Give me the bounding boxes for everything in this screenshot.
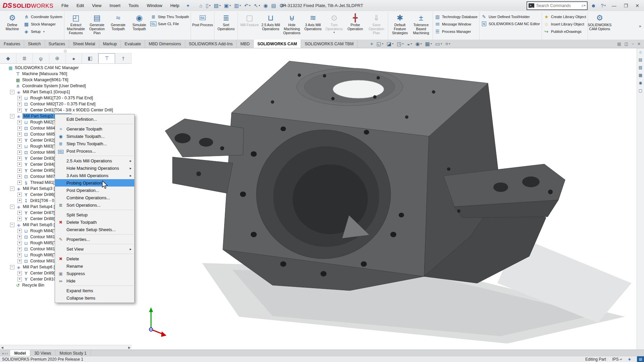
context-menu-item[interactable]: Post Operation... (55, 187, 134, 194)
ribbon-big-button[interactable]: Default Feature Strategies (389, 12, 410, 35)
ribbon-small-button[interactable]: Save CL File (151, 21, 189, 26)
ribbon-small-button[interactable]: Publish eDrawings (544, 29, 586, 34)
tree-horizontal-scrollbar[interactable]: ◀ ▶ (0, 345, 132, 350)
ribbon-big-button[interactable]: Sort Operations (215, 12, 237, 31)
quick-access-button-open-document[interactable]: ▧▾ (212, 2, 222, 9)
graphics-viewport[interactable] (132, 48, 637, 350)
search-commands-box[interactable]: >_ ⌕ ▾ (527, 1, 588, 10)
menu-item[interactable]: Window (143, 2, 165, 9)
tree-expander[interactable]: + (17, 217, 22, 221)
restore-button[interactable]: ❐ (621, 2, 631, 9)
quick-access-button-save[interactable]: ▣▾ (222, 2, 232, 9)
model-tab[interactable]: 3D Views (30, 350, 55, 356)
tree-expander[interactable]: − (10, 265, 14, 269)
tab-strip-icon-close-pane[interactable]: ✕ (637, 42, 641, 46)
task-pane-icon-custom-properties[interactable]: ▢ (639, 88, 642, 93)
context-menu-item[interactable]: Step Thru Toolpath... (55, 140, 134, 147)
ribbon-small-button[interactable]: Insert Library Object (544, 21, 586, 27)
context-menu-item[interactable]: 2.5 Axis Mill Operations (55, 157, 134, 164)
ribbon-big-button[interactable]: 2.5 Axis Mill Operations (260, 12, 281, 35)
tree-expander[interactable]: + (17, 138, 22, 143)
tree-expander[interactable]: − (10, 223, 14, 227)
context-menu-item[interactable]: Hole Machining Operations (55, 164, 134, 172)
task-pane-icon-file-explorer[interactable]: ▧ (639, 65, 642, 70)
command-tab[interactable]: Evaluate (121, 40, 145, 48)
model-tab[interactable]: Model (10, 350, 30, 356)
quick-access-button-new-document[interactable]: ▯▾ (204, 2, 212, 9)
manager-pane-tab-cam-tools-tree[interactable]: † (115, 53, 132, 63)
context-menu-item[interactable]: Rename (55, 262, 134, 270)
ribbon-big-button[interactable]: Simulate Toolpath (129, 12, 150, 35)
tag-icon[interactable]: ◈ (628, 357, 631, 361)
view-toolbar-icon-edit-appearance[interactable]: ▦▾ (425, 41, 432, 47)
tree-item[interactable]: Stock Manager[6061-T6] (0, 77, 132, 83)
view-toolbar-icon-zoom-fit[interactable]: ⌖▾ (370, 41, 373, 47)
context-menu-item[interactable]: Edit Definition... (55, 115, 134, 123)
context-menu-item[interactable] (67, 234, 134, 235)
tree-expander[interactable]: + (17, 253, 22, 257)
tree-expander[interactable]: − (10, 114, 14, 118)
context-menu-item[interactable]: Generate Setup Sheets... (55, 226, 134, 233)
context-menu-item[interactable]: Sort Operations... (55, 201, 134, 209)
ribbon-small-button[interactable]: Stock Manager (23, 21, 62, 27)
manager-pane-tab-configurationmanager[interactable]: ψ (33, 53, 49, 63)
context-menu-item[interactable]: Properties... (55, 236, 134, 243)
tree-item[interactable]: + Contour Mill2[T20 - 0.375 Flat End] (0, 101, 132, 107)
panel-splitter-handle[interactable] (64, 50, 67, 53)
tree-expander[interactable]: + (17, 126, 22, 131)
ribbon-small-button[interactable]: Process Manager (435, 29, 478, 34)
task-pane-icon-design-library[interactable]: ▤ (639, 57, 642, 62)
task-pane-icon-solidworks-resources[interactable]: ⌂ (639, 50, 642, 54)
quick-access-button-options[interactable]: ⚙▾ (278, 2, 287, 9)
command-tab[interactable]: SOLIDWORKS CAM TBM (301, 40, 358, 48)
help-button[interactable]: ?▾ (599, 2, 607, 9)
ribbon-small-button[interactable]: Coordinate System (23, 14, 62, 19)
view-toolbar-icon-view-orientation[interactable]: ◳▾ (397, 41, 403, 47)
task-pane-icon-appearances-scenes[interactable]: ◉ (639, 81, 642, 85)
command-tab[interactable]: SOLIDWORKS Add-Ins (185, 40, 237, 48)
context-menu-item[interactable] (67, 210, 134, 210)
scroll-right-arrow[interactable]: ▶ (128, 346, 131, 349)
menu-item[interactable]: Edit (73, 2, 87, 9)
context-menu-item[interactable]: Expand Items (55, 287, 134, 294)
tree-expander[interactable]: − (10, 205, 14, 209)
tab-strip-icon-collapse-ribbon[interactable]: − (632, 42, 634, 46)
context-menu-item[interactable] (67, 286, 134, 286)
menu-item[interactable]: Insert (106, 2, 124, 9)
tab-strip-icon-pane-split[interactable]: ◫ (625, 42, 628, 46)
command-tab[interactable]: Surfaces (45, 40, 69, 48)
minimize-button[interactable]: — (609, 2, 619, 9)
tree-expander[interactable]: − (10, 187, 14, 191)
tree-expander[interactable]: + (17, 247, 22, 251)
tree-item[interactable]: Machine [Matsuura 760] (0, 71, 132, 77)
tree-expander[interactable]: + (17, 199, 22, 203)
quick-access-button-print[interactable]: ▥▾ (233, 2, 242, 9)
command-tab[interactable]: MBD Dimensions (145, 40, 185, 48)
command-tab[interactable]: Features (0, 40, 24, 48)
context-menu-item[interactable]: Collapse Items (55, 294, 134, 302)
ribbon-big-button[interactable]: Generate Operation Plan (87, 12, 108, 35)
tree-item[interactable]: Coordinate System [User Defined] (0, 83, 132, 89)
tree-expander[interactable]: + (17, 162, 22, 167)
ribbon-big-button[interactable]: 3 Axis Mill Operations (302, 12, 324, 35)
tree-expander[interactable] (10, 283, 14, 287)
command-tab[interactable]: Sketch (24, 40, 45, 48)
view-toolbar-icon-zoom-area[interactable]: ◱▾ (377, 41, 383, 47)
ribbon-big-button[interactable]: Turn Operations (324, 12, 345, 35)
view-toolbar-icon-view-settings[interactable]: ⌗▾ (445, 41, 450, 47)
tree-expander[interactable]: + (17, 271, 22, 275)
context-menu-item[interactable]: Delete Toolpath (55, 218, 134, 226)
tree-expander[interactable]: + (17, 235, 22, 239)
tree-expander[interactable]: + (17, 144, 22, 149)
tree-expander[interactable]: + (17, 277, 22, 281)
web-help-icon[interactable]: ▤ (637, 356, 644, 362)
context-menu-item[interactable] (67, 244, 134, 244)
ribbon-small-button[interactable]: Message Window (435, 21, 478, 27)
tree-expander[interactable]: + (17, 229, 22, 233)
quick-access-button-file-properties[interactable]: ▤▾ (270, 2, 277, 9)
command-tab[interactable]: Markup (99, 40, 121, 48)
context-menu-item[interactable]: Suppress (55, 270, 134, 277)
ribbon-big-button[interactable]: Hole Machining Operations (281, 12, 302, 35)
tree-expander[interactable]: + (17, 120, 22, 124)
tree-expander[interactable]: + (17, 259, 22, 263)
